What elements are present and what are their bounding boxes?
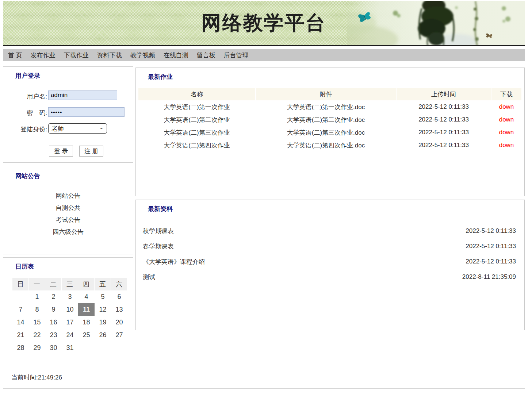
calendar-day: 21 (12, 329, 29, 342)
notice-panel: 网站公告 网站公告 自测公共 考试公告 四六级公告 (3, 167, 133, 254)
calendar-panel-title: 日历表 (15, 262, 34, 271)
material-name[interactable]: 《大学英语》课程介绍 (143, 258, 205, 266)
calendar-day: 2 (45, 290, 62, 303)
material-time: 2022-5-12 0:11:33 (466, 227, 516, 235)
material-name[interactable]: 秋学期课表 (143, 227, 174, 235)
homework-name: 大学英语(二)第一次作业 (138, 101, 255, 113)
calendar-day (12, 290, 29, 303)
material-time: 2022-8-11 21:35:09 (462, 273, 516, 281)
calendar-day: 18 (78, 316, 95, 329)
site-title: 网络教学平台 (3, 1, 525, 45)
login-panel: 用户登录 用户名: 密 码: 登陆身份: 老师 ⌄ 登 录 注 册 (3, 66, 133, 163)
nav-item-admin[interactable]: 后台管理 (224, 51, 249, 59)
calendar-day: 10 (62, 303, 78, 316)
weekday-header: 三 (62, 278, 78, 290)
homework-name: 大学英语(二)第二次作业 (138, 113, 255, 126)
banner: 网络教学平台 (3, 1, 525, 46)
footer-divider (3, 388, 525, 389)
weekday-header: 二 (45, 278, 62, 290)
latest-homework-panel: 最新作业 名称 附件 上传时间 下载 大学英语(二)第一次作业 大学英语(二)第… (135, 68, 525, 196)
material-name[interactable]: 测试 (143, 273, 155, 281)
nav-item-download-homework[interactable]: 下载作业 (64, 51, 89, 59)
login-button[interactable]: 登 录 (49, 146, 73, 157)
homework-time: 2022-5-12 0:11:33 (397, 113, 491, 126)
page: 网络教学平台 首 页 发布作业 下载作业 资料下载 教学视频 在线自测 留言板 … (0, 0, 532, 393)
username-input[interactable] (48, 90, 117, 100)
calendar-day: 30 (45, 342, 62, 354)
latest-materials-title: 最新资料 (148, 205, 173, 213)
list-item: 《大学英语》课程介绍 2022-5-12 0:11:33 (143, 254, 516, 269)
material-name[interactable]: 春学期课表 (143, 242, 174, 251)
register-button[interactable]: 注 册 (79, 146, 103, 157)
column-header-name: 名称 (138, 88, 255, 100)
weekday-header: 五 (95, 278, 111, 290)
calendar-day (95, 342, 111, 354)
role-label: 登陆身份: (3, 125, 47, 134)
download-link[interactable]: down (491, 113, 521, 126)
latest-materials-panel: 最新资料 秋学期课表 2022-5-12 0:11:33 春学期课表 2022-… (135, 200, 525, 330)
column-header-upload-time: 上传时间 (397, 88, 491, 100)
notice-item-site[interactable]: 网站公告 (3, 190, 133, 202)
calendar-day: 12 (95, 303, 111, 316)
material-time: 2022-5-12 0:11:33 (466, 243, 516, 250)
material-time: 2022-5-12 0:11:33 (466, 258, 516, 265)
column-header-download: 下载 (491, 88, 521, 100)
calendar-day: 15 (29, 316, 45, 329)
nav-item-online-test[interactable]: 在线自测 (164, 51, 188, 59)
notice-item-cet[interactable]: 四六级公告 (3, 226, 133, 238)
nav-item-home[interactable]: 首 页 (8, 51, 22, 59)
list-item: 测试 2022-8-11 21:35:09 (143, 269, 516, 285)
list-item: 秋学期课表 2022-5-12 0:11:33 (143, 223, 516, 239)
homework-table: 名称 附件 上传时间 下载 大学英语(二)第一次作业 大学英语(二)第一次作业.… (138, 88, 521, 151)
role-select[interactable]: 老师 (48, 123, 107, 134)
notice-list: 网站公告 自测公共 考试公告 四六级公告 (3, 190, 133, 238)
calendar-day: 22 (29, 329, 45, 342)
latest-homework-title: 最新作业 (148, 73, 173, 81)
calendar-day: 9 (45, 303, 62, 316)
calendar-day: 24 (62, 329, 78, 342)
nav-item-message-board[interactable]: 留言板 (197, 51, 215, 59)
weekday-header: 六 (111, 278, 127, 290)
calendar-day: 1 (29, 290, 45, 303)
calendar-panel: 日历表 日 一 二 三 四 五 六 1 2 3 4 5 6 7 8 9 10 1… (3, 257, 133, 384)
column-header-attachment: 附件 (256, 88, 396, 100)
homework-file: 大学英语(二)第三次作业.doc (256, 126, 396, 139)
notice-panel-title: 网站公告 (15, 172, 40, 180)
homework-file: 大学英语(二)第二次作业.doc (256, 113, 396, 126)
password-label: 密 码: (3, 109, 47, 117)
homework-name: 大学英语(二)第四次作业 (138, 139, 255, 151)
calendar-day: 28 (12, 342, 29, 354)
nav-item-material-download[interactable]: 资料下载 (97, 51, 122, 59)
calendar-day: 8 (29, 303, 45, 316)
homework-file: 大学英语(二)第四次作业.doc (256, 139, 396, 151)
role-select-wrap: 老师 ⌄ (48, 123, 107, 134)
download-link[interactable]: down (491, 126, 521, 139)
current-time: 当前时间:21:49:26 (11, 373, 62, 382)
calendar-day: 19 (95, 316, 111, 329)
calendar-grid: 日 一 二 三 四 五 六 1 2 3 4 5 6 7 8 9 10 11 12… (12, 278, 127, 354)
calendar-day: 31 (62, 342, 78, 354)
notice-item-exam[interactable]: 考试公告 (3, 214, 133, 226)
calendar-day: 25 (78, 329, 95, 342)
notice-item-self-test[interactable]: 自测公共 (3, 202, 133, 214)
calendar-day (111, 342, 127, 354)
calendar-day: 17 (62, 316, 78, 329)
download-link[interactable]: down (491, 139, 521, 151)
calendar-day: 26 (95, 329, 111, 342)
password-input[interactable] (48, 107, 125, 117)
calendar-day: 29 (29, 342, 45, 354)
username-label: 用户名: (3, 92, 47, 101)
login-panel-title: 用户登录 (15, 72, 40, 80)
calendar-day: 14 (12, 316, 29, 329)
download-link[interactable]: down (491, 101, 521, 113)
materials-list: 秋学期课表 2022-5-12 0:11:33 春学期课表 2022-5-12 … (143, 223, 516, 285)
weekday-header: 一 (29, 278, 45, 290)
nav-item-publish-homework[interactable]: 发布作业 (31, 51, 56, 59)
calendar-day: 4 (78, 290, 95, 303)
nav-item-teaching-video[interactable]: 教学视频 (130, 51, 155, 59)
calendar-day: 16 (45, 316, 62, 329)
calendar-day-today: 11 (78, 303, 95, 316)
calendar-day: 27 (111, 329, 127, 342)
homework-name: 大学英语(二)第三次作业 (138, 126, 255, 139)
homework-time: 2022-5-12 0:11:33 (397, 126, 491, 139)
